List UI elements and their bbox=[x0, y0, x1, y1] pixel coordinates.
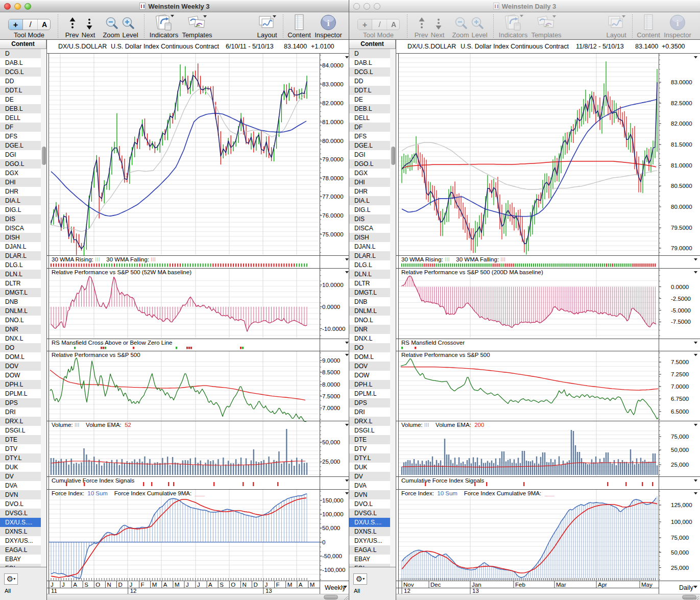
svg-text:S: S bbox=[220, 582, 224, 588]
svg-text:N: N bbox=[242, 582, 246, 588]
svg-text:RS Mansfield Crossover: RS Mansfield Crossover bbox=[401, 340, 465, 346]
svg-text:M: M bbox=[310, 582, 315, 588]
svg-text:M: M bbox=[175, 582, 180, 588]
svg-text:50,000: 50,000 bbox=[322, 439, 340, 445]
svg-text:75.0000: 75.0000 bbox=[322, 231, 344, 237]
svg-text:Relative Performance vs S&P 50: Relative Performance vs S&P 500 bbox=[401, 352, 490, 358]
svg-text:79.5000: 79.5000 bbox=[671, 225, 692, 231]
svg-text:81.0000: 81.0000 bbox=[322, 119, 344, 125]
svg-text:-100,000: -100,000 bbox=[322, 567, 345, 573]
svg-text:Nov: Nov bbox=[403, 582, 414, 588]
svg-text:12: 12 bbox=[404, 588, 411, 594]
svg-text:Force Index: 10 Sum Force: Force Index: 10 Sum Force Index Cumulati… bbox=[52, 490, 205, 496]
svg-text:J: J bbox=[186, 582, 189, 588]
svg-text:30 WMA Rising: III 30 WMA F: 30 WMA Rising: III 30 WMA Falling: III bbox=[52, 256, 156, 262]
svg-text:7.5000: 7.5000 bbox=[322, 393, 340, 399]
svg-text:7.0000: 7.0000 bbox=[322, 405, 340, 411]
svg-text:80.0000: 80.0000 bbox=[322, 138, 344, 144]
svg-text:S: S bbox=[84, 582, 88, 588]
svg-text:Volume: III Volume EMA: 20: Volume: III Volume EMA: 200 bbox=[401, 422, 484, 428]
svg-text:J: J bbox=[51, 582, 54, 588]
svg-text:J: J bbox=[62, 582, 65, 588]
svg-text:80.0000: 80.0000 bbox=[671, 204, 692, 210]
svg-text:0.0000: 0.0000 bbox=[322, 304, 340, 310]
svg-text:80.5000: 80.5000 bbox=[671, 183, 692, 189]
svg-text:83.0000: 83.0000 bbox=[322, 81, 344, 87]
svg-text:81.0000: 81.0000 bbox=[671, 162, 692, 169]
svg-text:7.0000: 7.0000 bbox=[671, 383, 689, 390]
svg-text:RS Mansfield Cross Above or Be: RS Mansfield Cross Above or Below Zero L… bbox=[52, 340, 173, 346]
svg-text:84.0000: 84.0000 bbox=[322, 62, 344, 68]
svg-text:0.0000: 0.0000 bbox=[671, 284, 689, 290]
svg-text:i: i bbox=[327, 18, 330, 28]
svg-text:13: 13 bbox=[265, 588, 272, 594]
svg-text:-50,000: -50,000 bbox=[322, 553, 342, 559]
svg-text:N: N bbox=[107, 582, 111, 588]
svg-text:82.0000: 82.0000 bbox=[671, 121, 692, 127]
svg-text:A: A bbox=[299, 582, 303, 588]
svg-text:50,000: 50,000 bbox=[322, 525, 340, 531]
svg-text:Mar: Mar bbox=[556, 582, 566, 588]
svg-text:D: D bbox=[118, 582, 123, 588]
svg-text:Feb: Feb bbox=[515, 582, 525, 588]
svg-text:6.5000: 6.5000 bbox=[671, 409, 689, 415]
svg-text:Jan: Jan bbox=[472, 582, 481, 588]
svg-text:25,000: 25,000 bbox=[322, 459, 340, 465]
svg-text:J: J bbox=[130, 582, 133, 588]
svg-text:M: M bbox=[152, 582, 157, 588]
svg-text:Relative Performance vs S&P 50: Relative Performance vs S&P 500 (200D MA… bbox=[401, 269, 543, 275]
svg-text:50,000: 50,000 bbox=[671, 447, 689, 453]
svg-text:79.0000: 79.0000 bbox=[322, 156, 344, 162]
svg-text:Weekly: Weekly bbox=[325, 584, 346, 591]
svg-text:82.0000: 82.0000 bbox=[322, 100, 344, 106]
svg-text:Relative Performance vs S&P 50: Relative Performance vs S&P 500 bbox=[52, 352, 140, 358]
svg-text:J: J bbox=[197, 582, 200, 588]
svg-text:50,000: 50,000 bbox=[671, 549, 689, 556]
svg-text:11: 11 bbox=[51, 588, 57, 594]
svg-text:0: 0 bbox=[322, 539, 325, 545]
svg-text:Relative Performance vs S&P 50: Relative Performance vs S&P 500 (52W MA … bbox=[52, 269, 191, 275]
svg-text:76.0000: 76.0000 bbox=[322, 212, 344, 219]
svg-text:75,000: 75,000 bbox=[671, 434, 689, 440]
svg-text:-2.5000: -2.5000 bbox=[671, 296, 691, 302]
svg-text:Force Index: 10 Sum Force: Force Index: 10 Sum Force Index Cumulati… bbox=[401, 490, 554, 496]
svg-text:A: A bbox=[73, 582, 77, 588]
svg-text:Daily: Daily bbox=[679, 584, 694, 591]
svg-text:12: 12 bbox=[130, 588, 137, 594]
svg-text:150,000: 150,000 bbox=[322, 497, 344, 503]
svg-text:100,000: 100,000 bbox=[671, 519, 692, 525]
svg-text:-10.0000: -10.0000 bbox=[322, 326, 345, 332]
svg-text:Cumulative Force Index Signals: Cumulative Force Index Signals bbox=[401, 477, 485, 484]
svg-text:O: O bbox=[95, 582, 100, 588]
svg-text:M: M bbox=[287, 582, 293, 588]
svg-text:81.5000: 81.5000 bbox=[671, 141, 692, 148]
svg-text:25,000: 25,000 bbox=[671, 462, 689, 468]
svg-text:7.5000: 7.5000 bbox=[671, 359, 689, 365]
svg-text:125,000: 125,000 bbox=[671, 502, 692, 508]
svg-text:F: F bbox=[141, 582, 144, 588]
svg-text:6.7500: 6.7500 bbox=[671, 396, 689, 402]
svg-text:i: i bbox=[677, 18, 679, 28]
svg-text:A: A bbox=[208, 582, 212, 588]
svg-text:A: A bbox=[163, 582, 167, 588]
svg-text:30 WMA Rising: III 30 WMA F: 30 WMA Rising: III 30 WMA Falling: III bbox=[401, 256, 505, 262]
svg-text:D: D bbox=[253, 582, 257, 588]
svg-text:79.0000: 79.0000 bbox=[671, 245, 692, 251]
svg-text:8.5000: 8.5000 bbox=[322, 369, 340, 375]
svg-text:O: O bbox=[231, 582, 235, 588]
svg-text:25,000: 25,000 bbox=[671, 565, 689, 571]
svg-text:75,000: 75,000 bbox=[671, 535, 689, 541]
svg-text:7.2500: 7.2500 bbox=[671, 371, 689, 377]
svg-text:10.0000: 10.0000 bbox=[322, 282, 344, 288]
svg-text:Dec: Dec bbox=[430, 582, 441, 588]
svg-text:13: 13 bbox=[472, 588, 479, 594]
svg-text:May: May bbox=[641, 582, 653, 588]
svg-text:8.0000: 8.0000 bbox=[322, 381, 340, 388]
svg-text:78.0000: 78.0000 bbox=[322, 175, 344, 181]
svg-text:9.0000: 9.0000 bbox=[322, 357, 340, 364]
svg-text:-7.5000: -7.5000 bbox=[671, 319, 691, 325]
svg-text:Volume: III Volume EMA: 52: Volume: III Volume EMA: 52 bbox=[52, 422, 131, 428]
svg-text:82.5000: 82.5000 bbox=[671, 100, 692, 106]
svg-text:77.0000: 77.0000 bbox=[322, 194, 344, 200]
svg-text:83.0000: 83.0000 bbox=[671, 79, 692, 85]
